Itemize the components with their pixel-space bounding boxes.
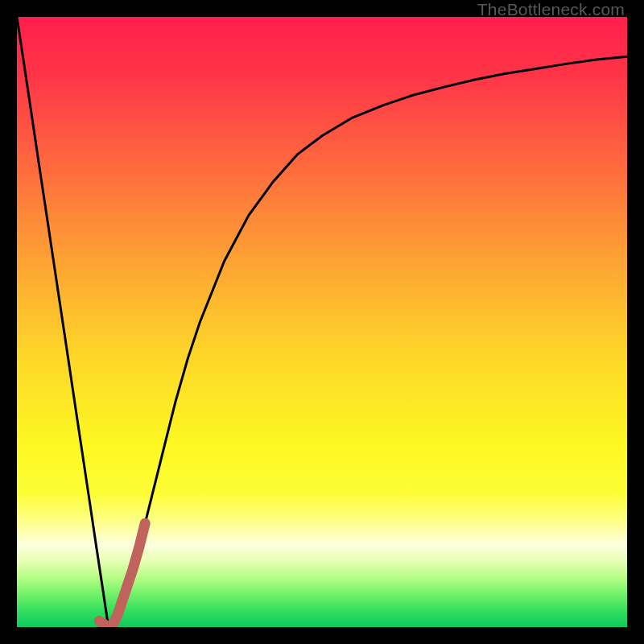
chart-background [17, 17, 627, 627]
watermark-text: TheBottleneck.com [477, 0, 625, 19]
chart-frame: TheBottleneck.com [0, 0, 644, 644]
bottleneck-chart [17, 17, 627, 627]
